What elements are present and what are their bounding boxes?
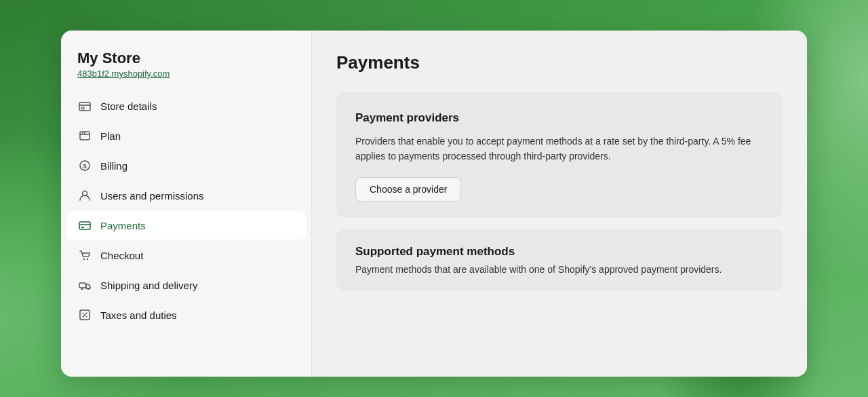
- store-header: My Store 483b1f2.myshopify.com: [61, 31, 311, 92]
- sidebar-label-shipping-delivery: Shipping and delivery: [100, 280, 197, 291]
- svg-rect-8: [79, 222, 90, 229]
- checkout-icon: [77, 248, 92, 263]
- store-icon: [77, 98, 92, 113]
- payments-icon: [77, 218, 92, 233]
- sidebar-label-plan: Plan: [100, 130, 121, 142]
- sidebar-label-taxes-duties: Taxes and duties: [100, 309, 177, 321]
- page-title: Payments: [336, 52, 783, 73]
- sidebar: My Store 483b1f2.myshopify.com Store det…: [61, 31, 312, 377]
- shipping-icon: [77, 278, 92, 292]
- svg-point-16: [83, 313, 84, 314]
- choose-provider-button[interactable]: Choose a provider: [355, 177, 461, 202]
- sidebar-label-payments: Payments: [100, 220, 146, 231]
- svg-point-13: [81, 288, 83, 290]
- sidebar-item-users-permissions[interactable]: Users and permissions: [66, 181, 306, 210]
- svg-text:$: $: [83, 163, 86, 170]
- svg-point-10: [83, 259, 85, 260]
- sidebar-label-checkout: Checkout: [100, 250, 143, 261]
- app-window: My Store 483b1f2.myshopify.com Store det…: [61, 31, 807, 377]
- payment-providers-description: Providers that enable you to accept paym…: [355, 134, 764, 164]
- payment-providers-card-title: Payment providers: [355, 111, 764, 125]
- sidebar-item-taxes-duties[interactable]: Taxes and duties: [66, 301, 306, 329]
- taxes-icon: [77, 307, 92, 322]
- sidebar-item-billing[interactable]: $ Billing: [66, 151, 306, 180]
- svg-rect-9: [81, 227, 84, 228]
- svg-rect-0: [79, 102, 90, 111]
- nav-list: Store details Plan $: [61, 92, 311, 330]
- svg-point-4: [84, 132, 85, 134]
- sidebar-item-store-details[interactable]: Store details: [66, 92, 306, 120]
- store-url[interactable]: 483b1f2.myshopify.com: [77, 69, 170, 79]
- sidebar-label-users-permissions: Users and permissions: [100, 190, 204, 202]
- svg-point-3: [82, 132, 83, 134]
- store-name: My Store: [77, 50, 295, 67]
- svg-rect-12: [79, 283, 86, 288]
- sidebar-item-checkout[interactable]: Checkout: [66, 241, 306, 269]
- sidebar-item-plan[interactable]: Plan: [66, 121, 306, 150]
- payment-providers-card: Payment providers Providers that enable …: [336, 92, 783, 218]
- users-icon: [77, 188, 92, 203]
- main-content: Payments Payment providers Providers tha…: [312, 31, 807, 377]
- supported-methods-description: Payment methods that are available with …: [355, 263, 764, 277]
- svg-point-11: [87, 259, 88, 260]
- sidebar-item-shipping-delivery[interactable]: Shipping and delivery: [66, 271, 306, 299]
- svg-rect-1: [81, 107, 84, 109]
- billing-icon: $: [77, 158, 92, 173]
- svg-point-17: [86, 316, 87, 318]
- svg-point-14: [87, 288, 90, 290]
- plan-icon: [77, 128, 92, 143]
- sidebar-label-store-details: Store details: [100, 100, 157, 112]
- supported-methods-title: Supported payment methods: [355, 245, 764, 259]
- supported-payment-methods-card: Supported payment methods Payment method…: [336, 229, 783, 290]
- sidebar-label-billing: Billing: [100, 160, 127, 172]
- sidebar-item-payments[interactable]: Payments: [66, 211, 306, 240]
